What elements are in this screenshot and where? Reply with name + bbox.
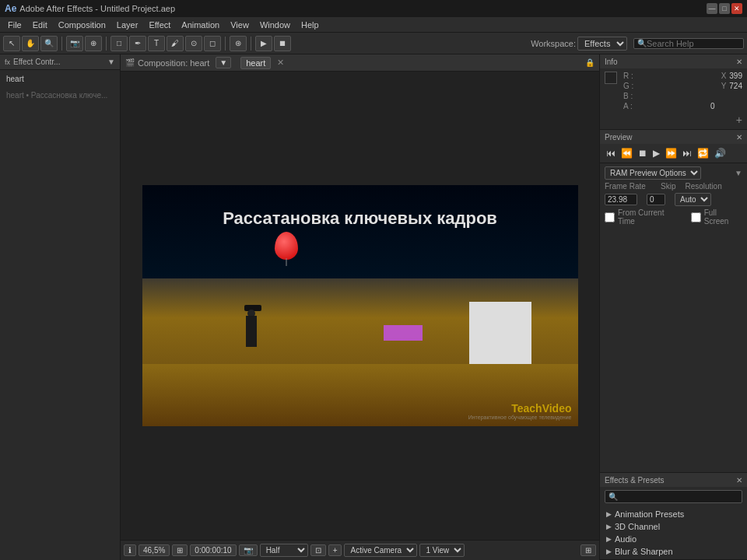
a-label: A : — [623, 102, 633, 110]
add-point: + — [605, 114, 742, 126]
preview-stop-button[interactable]: ⏹ — [637, 147, 649, 159]
watermark-brand: TeachVideo — [468, 402, 572, 415]
search-input[interactable] — [647, 39, 740, 48]
info-row-b: B : — [623, 92, 715, 100]
skip-label: Skip — [661, 182, 675, 191]
camera-tool-button[interactable]: 📷 — [66, 36, 83, 51]
comp-header-icon: 🎬 — [125, 58, 135, 67]
preview-last-button[interactable]: ⏭ — [681, 147, 693, 159]
comp-tab[interactable]: heart — [240, 57, 271, 69]
close-button[interactable]: ✕ — [731, 3, 742, 14]
toolbar-separator-3 — [225, 37, 226, 51]
preview-next-button[interactable]: ⏩ — [664, 147, 679, 159]
select-tool-button[interactable]: ↖ — [3, 36, 20, 51]
comp-guides-button[interactable]: + — [328, 544, 342, 556]
full-screen-checkbox[interactable] — [691, 212, 701, 222]
effects-close-icon[interactable]: ✕ — [736, 476, 742, 485]
y-label: Y — [721, 82, 727, 90]
left-panel-collapse-icon[interactable]: ▼ — [107, 58, 115, 66]
coord-row-y: Y 724 — [721, 82, 742, 90]
comp-view-select[interactable]: 1 View — [419, 544, 465, 557]
info-row-a: A : 0 — [623, 102, 715, 110]
menu-bar: File Edit Composition Layer Effect Anima… — [0, 17, 747, 33]
comp-grid-button[interactable]: ⊞ — [172, 544, 188, 556]
sky-layer — [142, 185, 578, 278]
comp-info-button[interactable]: ℹ — [124, 544, 136, 556]
skip-input[interactable] — [647, 194, 665, 205]
b-label: B : — [623, 92, 633, 100]
ae-logo-icon: Ae — [5, 3, 16, 14]
eraser-tool-button[interactable]: ◻ — [204, 36, 221, 51]
menu-layer[interactable]: Layer — [112, 19, 143, 31]
puppet-tool-button[interactable]: ⊛ — [230, 36, 247, 51]
zoom-tool-button[interactable]: 🔍 — [40, 36, 58, 51]
menu-edit[interactable]: Edit — [28, 19, 52, 31]
window-controls: — □ ✕ — [707, 3, 742, 14]
comp-settings-button[interactable]: ▼ — [216, 57, 231, 68]
effects-search-input[interactable] — [605, 490, 742, 503]
left-panel-title: Effect Contr... — [13, 58, 60, 66]
comp-bg: Рассатановка ключевых кадров — [142, 185, 578, 426]
brush-tool-button[interactable]: 🖌 — [167, 36, 184, 51]
effects-header: Effects & Presets ✕ — [600, 473, 747, 487]
comp-camera-select[interactable]: Active Camera — [344, 544, 417, 557]
effect-controls-icon: fx — [5, 58, 10, 66]
comp-zoom-select[interactable]: 46,5% — [139, 544, 170, 556]
effects-list: ▶ Animation Presets ▶ 3D Channel ▶ Audio… — [600, 506, 747, 559]
preview-prev-button[interactable]: ⏪ — [619, 147, 634, 159]
animation-presets-arrow: ▶ — [606, 510, 612, 518]
menu-window[interactable]: Window — [255, 19, 295, 31]
comp-header-label: Composition: heart — [138, 58, 209, 68]
blur-sharpen-item[interactable]: ▶ Blur & Sharpen — [600, 545, 747, 558]
comp-expand-button[interactable]: ⊞ — [580, 544, 596, 556]
comp-timecode[interactable]: 0:00:00:10 — [190, 544, 236, 556]
minimize-button[interactable]: — — [707, 3, 717, 14]
comp-safe-button[interactable]: ⊡ — [310, 544, 326, 556]
pen-tool-button[interactable]: ✒ — [129, 36, 146, 51]
preview-controls: ⏮ ⏪ ⏹ ▶ ⏩ ⏭ 🔁 🔊 — [600, 144, 747, 163]
menu-animation[interactable]: Animation — [177, 19, 224, 31]
effects-section: Effects & Presets ✕ ▶ Animation Presets … — [600, 472, 747, 560]
coord-row-x: X 399 — [721, 72, 742, 80]
preview-play-button[interactable]: ▶ — [255, 36, 272, 51]
stamp-tool-button[interactable]: ⊙ — [185, 36, 202, 51]
comp-bottom-toolbar: ℹ 46,5% ⊞ 0:00:00:10 📷 Half Full Quarter… — [121, 540, 599, 560]
color-swatch[interactable] — [605, 72, 617, 84]
framerate-input[interactable] — [605, 194, 637, 205]
maximize-button[interactable]: □ — [719, 3, 730, 14]
audio-item[interactable]: ▶ Audio — [600, 533, 747, 545]
comp-quality-select[interactable]: Half Full Quarter — [260, 544, 308, 557]
3d-channel-item[interactable]: ▶ 3D Channel — [600, 520, 747, 533]
title-bar: Ae Adobe After Effects - Untitled Projec… — [0, 0, 747, 17]
preview-loop-button[interactable]: 🔁 — [696, 147, 710, 159]
rect-tool-button[interactable]: □ — [110, 36, 128, 51]
resolution-select[interactable]: Auto Full Half — [675, 193, 711, 206]
from-current-checkbox[interactable] — [605, 212, 615, 222]
menu-view[interactable]: View — [226, 19, 254, 31]
menu-file[interactable]: File — [3, 19, 26, 31]
comp-snapshot-button[interactable]: 📷 — [239, 544, 258, 556]
preview-play-button[interactable]: ▶ — [651, 147, 661, 159]
balloon-element — [275, 232, 298, 260]
orbit-tool-button[interactable]: ⊕ — [85, 36, 102, 51]
preview-first-button[interactable]: ⏮ — [605, 147, 617, 159]
menu-effect[interactable]: Effect — [144, 19, 175, 31]
hand-tool-button[interactable]: ✋ — [22, 36, 39, 51]
preview-expand-icon[interactable]: ▼ — [735, 169, 742, 177]
text-tool-button[interactable]: T — [148, 36, 165, 51]
animation-presets-item[interactable]: ▶ Animation Presets — [600, 508, 747, 520]
ram-preview-select[interactable]: RAM Preview Options — [605, 166, 701, 180]
add-point-icon[interactable]: + — [736, 114, 742, 126]
preview-audio-button[interactable]: 🔊 — [713, 147, 728, 159]
info-close-icon[interactable]: ✕ — [736, 58, 742, 66]
preview-close-icon[interactable]: ✕ — [736, 133, 742, 142]
preview-stop-button[interactable]: ⏹ — [274, 36, 291, 51]
menu-help[interactable]: Help — [296, 19, 324, 31]
info-section: Info ✕ R : G : — [600, 54, 747, 130]
comp-header-close-icon[interactable]: ✕ — [277, 58, 284, 68]
search-icon: 🔍 — [637, 39, 647, 47]
resolution-label: Resolution — [685, 182, 721, 191]
info-row-r: R : — [623, 72, 715, 80]
menu-composition[interactable]: Composition — [54, 19, 110, 31]
workspace-select[interactable]: Effects — [577, 37, 627, 51]
